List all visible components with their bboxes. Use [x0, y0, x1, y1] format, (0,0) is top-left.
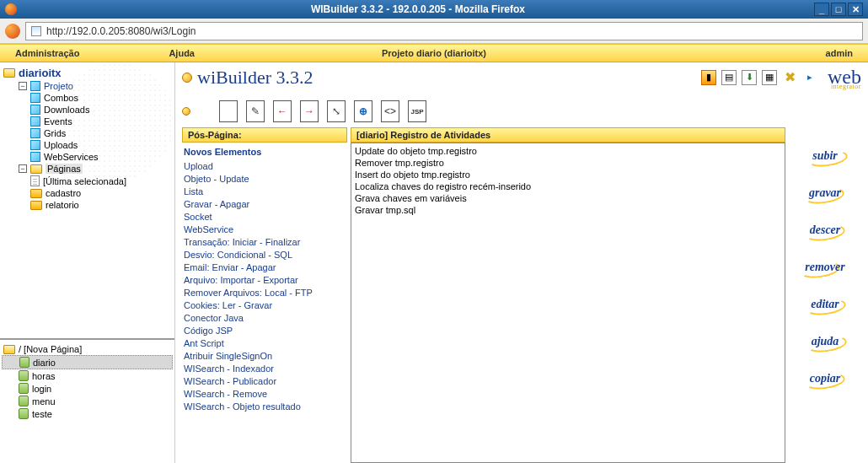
lower-tree-item[interactable]: diario: [2, 355, 173, 369]
bullet-icon: [182, 73, 192, 83]
edit-icon[interactable]: ✎: [246, 100, 265, 122]
element-link[interactable]: WISearch - Indexador: [184, 363, 346, 375]
collapse-icon[interactable]: −: [19, 82, 27, 90]
element-link[interactable]: Cookies: Ler - Gravar: [184, 299, 346, 312]
tree-root[interactable]: diarioitx: [2, 66, 173, 80]
minimize-button[interactable]: _: [814, 3, 829, 16]
activity-item[interactable]: Gravar tmp.sql: [355, 204, 781, 216]
lower-tree-item[interactable]: menu: [2, 395, 173, 407]
action-subir[interactable]: subir: [812, 149, 838, 163]
url-input[interactable]: http://192.0.0.205:8080/wi3/Login: [25, 22, 863, 40]
folder-icon: [30, 201, 42, 210]
import-icon[interactable]: ←: [273, 100, 292, 122]
app-title: wiBuilder 3.3.2: [197, 67, 313, 89]
document-icon[interactable]: ▤: [721, 70, 737, 85]
action-ajuda[interactable]: ajuda: [812, 335, 839, 348]
menu-project[interactable]: Projeto diario (diarioitx): [375, 48, 493, 58]
element-link[interactable]: Desvio: Condicional - SQL: [184, 249, 346, 261]
edit-toolbar: ✎ ← → ⤡ ⊕ <> JSP: [182, 100, 861, 122]
package-icon[interactable]: ▦: [762, 70, 777, 85]
action-remover[interactable]: remover: [805, 261, 844, 274]
maximize-button[interactable]: □: [831, 3, 846, 16]
element-link[interactable]: WISearch - Remove: [184, 388, 346, 401]
cube-icon: [30, 105, 40, 115]
action-editar[interactable]: editar: [811, 298, 839, 311]
cube-icon: [30, 152, 40, 162]
code-icon[interactable]: <>: [381, 100, 399, 122]
action-descer[interactable]: descer: [810, 223, 841, 237]
tree-project-item[interactable]: Grids: [2, 127, 173, 139]
db-icon: [19, 408, 29, 419]
element-link[interactable]: Objeto - Update: [184, 173, 346, 186]
database-icon[interactable]: ▮: [701, 70, 716, 85]
tools-icon[interactable]: ✖: [782, 70, 797, 85]
folder-icon: [30, 189, 42, 198]
action-gravar[interactable]: gravar: [809, 186, 841, 200]
new-icon[interactable]: [219, 100, 238, 122]
search-icon[interactable]: ⊕: [354, 100, 372, 122]
browser-toolbar: http://192.0.0.205:8080/wi3/Login: [0, 19, 868, 44]
activity-item[interactable]: Update do objeto tmp.registro: [355, 145, 781, 157]
element-link[interactable]: WISearch - Publicador: [184, 375, 346, 388]
element-link[interactable]: WebService: [184, 223, 346, 236]
tree-project[interactable]: − Projeto: [2, 80, 173, 92]
element-link[interactable]: Email: Enviar - Apagar: [184, 261, 346, 274]
element-link[interactable]: Remover Arquivos: Local - FTP: [184, 287, 346, 299]
export-icon[interactable]: →: [300, 100, 319, 122]
tree-page-item[interactable]: [Última selecionada]: [2, 175, 173, 187]
action-copiar[interactable]: copiar: [810, 372, 841, 385]
tree-project-item[interactable]: Downloads: [2, 104, 173, 116]
menu-admin[interactable]: Administração: [8, 48, 86, 58]
tree-pages[interactable]: − Páginas: [2, 163, 173, 175]
jsp-icon[interactable]: JSP: [408, 100, 426, 122]
tree-project-item[interactable]: Events: [2, 116, 173, 127]
window-titlebar: WIBuilder 3.3.2 - 192.0.0.205 - Mozilla …: [0, 0, 868, 19]
element-link[interactable]: Arquivo: Importar - Exportar: [184, 274, 346, 287]
lower-tree-item[interactable]: horas: [2, 369, 173, 382]
download-icon[interactable]: ⬇: [742, 70, 757, 85]
element-link[interactable]: WISearch - Objeto resultado: [184, 401, 346, 413]
tree-project-item[interactable]: WebServices: [2, 151, 173, 163]
element-link[interactable]: Conector Java: [184, 312, 346, 325]
activity-item[interactable]: Remover tmp.registro: [355, 157, 781, 169]
top-toolbar: ▮ ▤ ⬇ ▦ ✖ ▸ webintegrator: [701, 66, 861, 89]
lower-tree-root[interactable]: / [Nova Página]: [2, 343, 173, 355]
db-icon: [19, 357, 29, 368]
close-button[interactable]: ✕: [848, 3, 863, 16]
flag-icon[interactable]: ▸: [802, 70, 817, 85]
main-content: wiBuilder 3.3.2 ▮ ▤ ⬇ ▦ ✖ ▸ webintegrato…: [175, 62, 868, 463]
app-menubar: Administração Ajuda Projeto diario (diar…: [0, 44, 868, 62]
element-link[interactable]: Transação: Iniciar - Finalizar: [184, 236, 346, 249]
logo: webintegrator: [828, 66, 861, 89]
menu-user[interactable]: admin: [819, 48, 860, 58]
activity-item[interactable]: Localiza chaves do registro recém-inseri…: [355, 180, 781, 192]
element-link[interactable]: Código JSP: [184, 325, 346, 337]
activities-panel: [diario] Registro de Atividades Update d…: [351, 127, 785, 463]
menu-help[interactable]: Ajuda: [162, 48, 201, 58]
activities-listbox[interactable]: Update do objeto tmp.registroRemover tmp…: [351, 143, 785, 463]
element-link[interactable]: Lista: [184, 186, 346, 198]
collapse-icon[interactable]: −: [19, 164, 27, 173]
elements-list: Novos Elementos UploadObjeto - UpdateLis…: [182, 143, 347, 417]
tree-page-item[interactable]: cadastro: [2, 187, 173, 199]
lower-tree-item[interactable]: teste: [2, 407, 173, 420]
element-link[interactable]: Gravar - Apagar: [184, 198, 346, 211]
element-link[interactable]: Socket: [184, 211, 346, 223]
lower-tree-item[interactable]: login: [2, 382, 173, 395]
activity-item[interactable]: Insert do objeto tmp.registro: [355, 169, 781, 180]
action-buttons-column: subirgravardescerremovereditarajudacopia…: [789, 127, 861, 463]
element-link[interactable]: Ant Script: [184, 337, 346, 350]
element-link[interactable]: Atribuir SingleSignOn: [184, 350, 346, 363]
activity-item[interactable]: Grava chaves em variáveis: [355, 192, 781, 204]
tree-project-item[interactable]: Combos: [2, 92, 173, 104]
edit-pencil-icon[interactable]: ⤡: [327, 100, 346, 122]
db-icon: [19, 370, 29, 381]
tree-page-item[interactable]: relatorio: [2, 199, 173, 211]
elements-group-label: Novos Elementos: [184, 146, 346, 159]
firefox-icon: [5, 3, 17, 15]
folder-open-icon: [3, 345, 15, 354]
tree-project-item[interactable]: Uploads: [2, 139, 173, 151]
element-link[interactable]: Upload: [184, 160, 346, 173]
cube-icon: [30, 116, 40, 127]
db-icon: [19, 383, 29, 394]
